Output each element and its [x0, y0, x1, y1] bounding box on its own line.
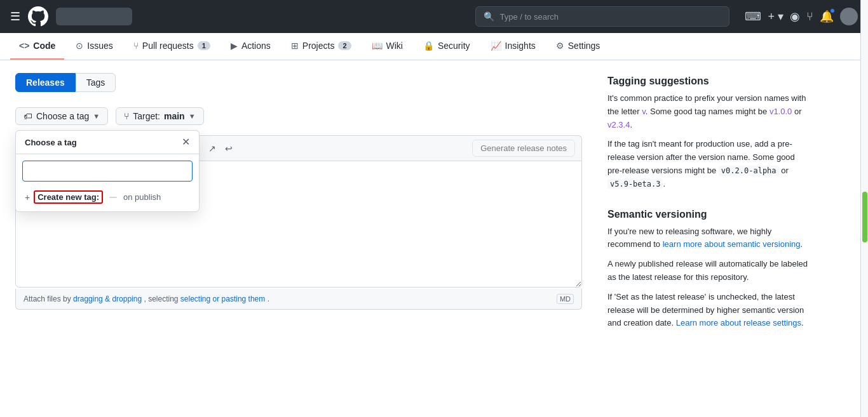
scrollbar-thumb[interactable] — [862, 192, 867, 242]
learn-release-settings-link[interactable]: Learn more about release settings — [676, 318, 801, 328]
attach-drag-link[interactable]: dragging & dropping — [73, 295, 142, 303]
tagging-p2: If the tag isn't meant for production us… — [607, 138, 811, 190]
branch-icon: ⑂ — [124, 111, 129, 121]
top-navigation: ☰ 🔍 Type / to search ⌨ + ▾ ◉ ⑂ 🔔 — [0, 0, 868, 33]
nav-label-actions: Actions — [241, 41, 271, 51]
plus-icon: + — [25, 192, 30, 202]
tagging-suggestions-heading: Tagging suggestions — [607, 76, 811, 87]
notification-dot — [830, 8, 835, 13]
nav-item-projects[interactable]: ⊞ Projects 2 — [282, 33, 360, 60]
user-avatar[interactable] — [840, 8, 858, 25]
toolbar-ref[interactable]: ↗ — [205, 142, 219, 156]
search-bar[interactable]: 🔍 Type / to search — [475, 6, 729, 27]
settings-icon: ⚙ — [556, 41, 564, 51]
nav-label-security: Security — [438, 41, 470, 51]
semantic-p2: A newly published release will automatic… — [607, 258, 811, 284]
hamburger-icon[interactable]: ☰ — [10, 10, 20, 23]
choose-tag-button[interactable]: 🏷 Choose a tag ▼ — [15, 107, 108, 125]
tagging-suggestions-section: Tagging suggestions It's common practice… — [607, 76, 811, 191]
nav-label-wiki: Wiki — [386, 41, 403, 51]
semantic-p1: If you're new to releasing software, we … — [607, 225, 811, 252]
nav-item-issues[interactable]: ⊙ Issues — [67, 33, 121, 60]
on-publish-text: on publish — [123, 192, 161, 202]
nav-item-insights[interactable]: 📈 Insights — [482, 33, 545, 60]
wiki-icon: 📖 — [372, 41, 383, 51]
semantic-versioning-section: Semantic versioning If you're new to rel… — [607, 209, 811, 331]
attach-text: Attach files by dragging & dropping , se… — [24, 295, 269, 303]
attach-select-link[interactable]: selecting — [180, 295, 210, 303]
nav-label-issues: Issues — [87, 41, 112, 51]
semantic-p3: If 'Set as the latest release' is unchec… — [607, 291, 811, 330]
tagging-v2: v2.3.4 — [607, 120, 630, 129]
main-content: Releases Tags 🏷 Choose a tag ▼ Choose a … — [0, 60, 826, 361]
pr-badge: 1 — [198, 41, 210, 50]
top-nav-actions: ⌨ + ▾ ◉ ⑂ 🔔 — [745, 8, 858, 25]
controls-row: 🏷 Choose a tag ▼ Choose a tag ✕ + Create… — [15, 107, 582, 125]
chevron-down-icon: ▼ — [93, 112, 100, 120]
nav-label-code: Code — [33, 41, 55, 51]
left-panel: Releases Tags 🏷 Choose a tag ▼ Choose a … — [15, 73, 582, 348]
projects-icon: ⊞ — [291, 41, 299, 51]
target-branch-button[interactable]: ⑂ Target: main ▼ — [116, 107, 203, 125]
branch-chevron-icon: ▼ — [189, 112, 196, 120]
toolbar-undo[interactable]: ↩ — [222, 142, 236, 156]
nav-item-pull-requests[interactable]: ⑂ Pull requests 1 — [125, 33, 219, 60]
nav-item-wiki[interactable]: 📖 Wiki — [363, 33, 412, 60]
insights-icon: 📈 — [491, 41, 501, 51]
semantic-learn-link[interactable]: learn more about semantic versioning — [663, 239, 801, 249]
tagging-code1: v0.2.0-alpha — [719, 166, 779, 176]
tagging-v-letter: v — [642, 107, 646, 116]
issues-icon: ⊙ — [76, 41, 83, 51]
security-icon: 🔒 — [423, 41, 434, 51]
plus-dropdown[interactable]: + ▾ — [768, 10, 783, 23]
pr-nav-icon: ⑂ — [133, 41, 139, 51]
file-attach-row: Attach files by dragging & dropping , se… — [15, 289, 582, 310]
nav-label-projects: Projects — [302, 41, 335, 51]
scrollbar-track[interactable] — [860, 0, 868, 361]
markdown-icon: MD — [557, 294, 574, 304]
create-new-tag-label: Create new tag: — [34, 190, 103, 204]
nav-item-security[interactable]: 🔒 Security — [414, 33, 479, 60]
attach-paste-link[interactable]: or pasting them — [213, 295, 266, 303]
github-logo[interactable] — [28, 6, 48, 27]
search-icon: 🔍 — [484, 11, 494, 22]
terminal-icon[interactable]: ⌨ — [745, 10, 761, 23]
tag-popup-header: Choose a tag ✕ — [16, 131, 199, 154]
tab-releases[interactable]: Releases — [15, 73, 76, 92]
projects-badge: 2 — [338, 41, 351, 50]
generate-release-notes-button[interactable]: Generate release notes — [472, 140, 575, 157]
tag-popup: Choose a tag ✕ + Create new tag: on publ… — [15, 130, 200, 212]
choose-tag-label: Choose a tag — [36, 111, 89, 121]
right-panel: Tagging suggestions It's common practice… — [607, 73, 811, 348]
code-icon: <> — [19, 41, 29, 51]
tag-search-input[interactable] — [22, 161, 193, 182]
nav-item-actions[interactable]: ▶ Actions — [222, 33, 280, 60]
tagging-code2: v5.9-beta.3 — [607, 179, 663, 189]
nav-label-prs: Pull requests — [142, 41, 194, 51]
search-text: Type / to search — [499, 12, 559, 22]
target-value: main — [164, 111, 185, 121]
create-tag-row[interactable]: + Create new tag: on publish — [16, 185, 199, 211]
nav-item-settings[interactable]: ⚙ Settings — [547, 33, 609, 60]
issue-icon[interactable]: ◉ — [790, 10, 800, 23]
pr-icon[interactable]: ⑂ — [806, 10, 813, 23]
tag-icon: 🏷 — [24, 111, 32, 121]
tag-popup-wrapper: 🏷 Choose a tag ▼ Choose a tag ✕ + Create… — [15, 107, 108, 125]
semantic-versioning-heading: Semantic versioning — [607, 209, 811, 220]
tagging-suggestions-body: It's common practice to prefix your vers… — [607, 92, 811, 191]
tag-popup-close[interactable]: ✕ — [182, 137, 190, 147]
nav-item-code[interactable]: <> Code — [10, 33, 64, 60]
tab-group: Releases Tags — [15, 73, 582, 92]
secondary-navigation: <> Code ⊙ Issues ⑂ Pull requests 1 ▶ Act… — [0, 33, 868, 60]
tagging-v1: v1.0.0 — [770, 107, 792, 116]
tag-value-pill — [109, 197, 117, 198]
tab-tags[interactable]: Tags — [76, 73, 116, 92]
tagging-p1: It's common practice to prefix your vers… — [607, 92, 811, 131]
repo-name — [56, 8, 132, 25]
target-label: Target: — [133, 111, 160, 121]
tag-popup-title: Choose a tag — [25, 138, 77, 147]
nav-label-settings: Settings — [568, 41, 600, 51]
nav-label-insights: Insights — [505, 41, 536, 51]
actions-icon: ▶ — [231, 41, 238, 51]
notification-icon[interactable]: 🔔 — [820, 10, 834, 23]
